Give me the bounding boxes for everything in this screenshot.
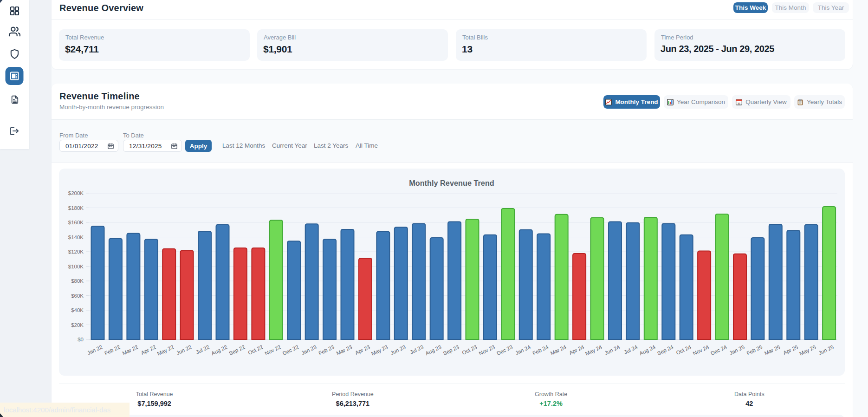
svg-text:31: 31	[738, 102, 741, 104]
svg-text:Nov 22: Nov 22	[264, 344, 282, 356]
svg-text:Aug 23: Aug 23	[424, 344, 442, 356]
svg-text:Jul 24: Jul 24	[623, 344, 638, 355]
svg-text:Apr 25: Apr 25	[782, 344, 799, 356]
svg-text:$80K: $80K	[71, 278, 84, 284]
svg-text:Dec 24: Dec 24	[710, 344, 728, 357]
svg-text:Jul 22: Jul 22	[195, 344, 210, 355]
svg-text:Jan 25: Jan 25	[728, 344, 745, 356]
svg-text:Monthly Revenue Trend: Monthly Revenue Trend	[409, 179, 494, 187]
svg-text:Apr 23: Apr 23	[354, 344, 371, 356]
svg-text:Nov 23: Nov 23	[478, 344, 496, 356]
svg-text:Jan 22: Jan 22	[86, 344, 103, 356]
svg-text:$0: $0	[78, 337, 84, 342]
svg-text:Nov 24: Nov 24	[692, 344, 710, 357]
svg-text:Jan 23: Jan 23	[300, 344, 317, 356]
svg-text:Jan 24: Jan 24	[514, 344, 531, 356]
svg-text:Feb 25: Feb 25	[746, 344, 764, 356]
svg-text:$140K: $140K	[68, 235, 84, 240]
svg-text:$160K: $160K	[68, 220, 84, 225]
svg-text:May 23: May 23	[370, 344, 389, 357]
svg-text:Dec 22: Dec 22	[282, 344, 299, 356]
svg-text:$40K: $40K	[71, 307, 84, 313]
svg-text:$20K: $20K	[71, 322, 84, 328]
svg-text:Mar 24: Mar 24	[550, 344, 567, 356]
svg-text:$120K: $120K	[68, 249, 84, 254]
svg-text:Sep 24: Sep 24	[656, 344, 674, 357]
svg-text:$180K: $180K	[68, 205, 84, 211]
svg-text:Feb 24: Feb 24	[532, 344, 550, 356]
svg-text:Aug 22: Aug 22	[210, 344, 228, 356]
svg-text:$100K: $100K	[68, 264, 84, 269]
svg-text:Feb 22: Feb 22	[104, 344, 121, 356]
svg-text:Aug 24: Aug 24	[639, 344, 657, 357]
svg-text:Jul 23: Jul 23	[409, 344, 424, 355]
svg-text:Sep 22: Sep 22	[228, 344, 246, 356]
svg-text:Jun 22: Jun 22	[175, 344, 192, 356]
svg-text:$60K: $60K	[71, 293, 84, 299]
svg-text:Apr 22: Apr 22	[140, 344, 157, 356]
svg-text:Jun 24: Jun 24	[603, 344, 621, 356]
svg-text:May 22: May 22	[156, 344, 175, 357]
svg-text:Mar 25: Mar 25	[764, 344, 781, 356]
svg-text:Apr 24: Apr 24	[568, 344, 585, 356]
svg-text:Oct 24: Oct 24	[675, 344, 692, 356]
svg-text:Mar 23: Mar 23	[336, 344, 353, 356]
svg-text:May 24: May 24	[584, 344, 603, 357]
svg-text:Mar 22: Mar 22	[122, 344, 139, 356]
svg-text:Oct 22: Oct 22	[247, 344, 264, 356]
svg-text:Feb 23: Feb 23	[317, 344, 335, 356]
svg-text:May 25: May 25	[798, 344, 816, 357]
svg-text:Jun 25: Jun 25	[818, 344, 835, 356]
svg-text:Sep 23: Sep 23	[442, 344, 460, 356]
svg-text:Dec 23: Dec 23	[496, 344, 513, 356]
svg-text:Oct 23: Oct 23	[461, 344, 478, 356]
svg-text:$200K: $200K	[68, 190, 84, 196]
svg-text:Jun 23: Jun 23	[389, 344, 406, 356]
